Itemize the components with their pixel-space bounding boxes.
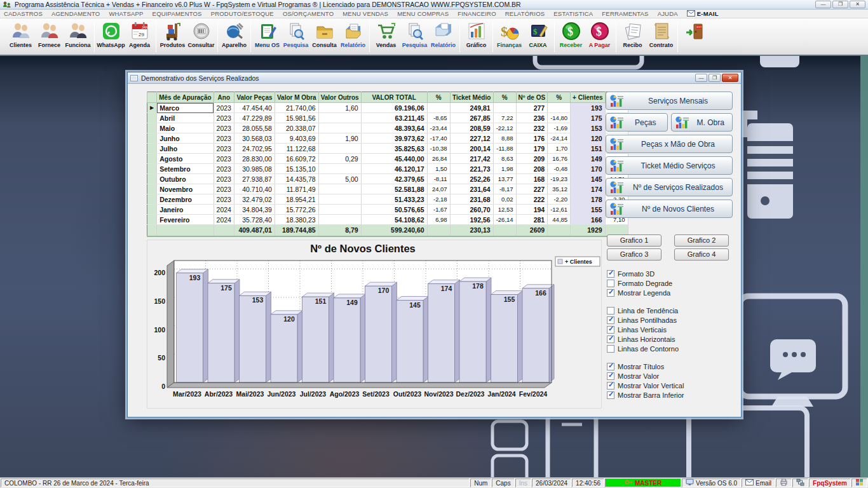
cell[interactable]: 209: [516, 154, 548, 164]
cell[interactable]: 208,59: [450, 123, 493, 133]
cell[interactable]: 149: [571, 154, 606, 164]
cell[interactable]: 52.581,88: [361, 184, 427, 194]
window-minimize-button[interactable]: —: [815, 1, 831, 8]
cell[interactable]: -11,88: [493, 144, 516, 154]
cell[interactable]: 20.338,07: [275, 123, 318, 133]
toolbar-button-clientes[interactable]: Clientes: [6, 19, 35, 55]
cell[interactable]: 13,77: [493, 174, 516, 184]
toolbar-button-pesquisa[interactable]: Pesquisa: [400, 19, 429, 55]
cell[interactable]: -19,23: [548, 174, 571, 184]
row-selector[interactable]: [147, 144, 157, 154]
cell[interactable]: [548, 103, 571, 113]
table-row[interactable]: Dezembro202332.479,0218.954,2151.433,23-…: [147, 194, 628, 205]
cell[interactable]: 232: [516, 123, 548, 133]
cell[interactable]: 0,02: [493, 194, 516, 205]
cell[interactable]: -24,14: [548, 133, 571, 144]
cell[interactable]: 28.055,58: [234, 123, 275, 133]
cell[interactable]: 46.120,17: [361, 164, 427, 174]
cell[interactable]: [427, 103, 450, 113]
toolbar-button-financ-as[interactable]: $Finanças: [495, 19, 524, 55]
table-row[interactable]: Fevereiro202435.728,4018.380,2354.108,62…: [147, 215, 628, 225]
cell[interactable]: 15.772,26: [275, 205, 318, 215]
cell[interactable]: 40.710,40: [234, 184, 275, 194]
cell[interactable]: 18.380,23: [275, 215, 318, 225]
cell[interactable]: 48.393,64: [361, 123, 427, 133]
menu-item-whatsapp[interactable]: WHATSAPP: [109, 10, 143, 17]
menu-item-cadastros[interactable]: CADASTROS: [4, 10, 43, 17]
cell[interactable]: Fevereiro: [157, 215, 214, 225]
checkbox-formato-degrade[interactable]: Formato Degrade: [607, 278, 733, 288]
cell[interactable]: 2023: [214, 184, 234, 194]
cell[interactable]: 208: [516, 164, 548, 174]
cell[interactable]: 193: [571, 103, 606, 113]
checkbox-mostrar-barra-inferior[interactable]: Mostrar Barra Inferior: [607, 390, 733, 400]
menu-item-financeiro[interactable]: FINANCEIRO: [458, 10, 496, 17]
cell[interactable]: 168: [516, 174, 548, 184]
toolbar-button-whatsapp[interactable]: WhatsApp: [97, 19, 125, 55]
cell[interactable]: 249,81: [450, 103, 493, 113]
cell[interactable]: 35,12: [548, 184, 571, 194]
cell[interactable]: 35.728,40: [234, 215, 275, 225]
cell[interactable]: 2023: [214, 103, 234, 113]
toolbar-button-produtos[interactable]: Produtos: [158, 19, 187, 55]
toolbar-button-caixa[interactable]: $CAIXA: [524, 19, 552, 55]
cell[interactable]: 8,88: [493, 133, 516, 144]
cell[interactable]: 277: [516, 103, 548, 113]
cell[interactable]: -14,80: [548, 113, 571, 123]
cell[interactable]: 1,70: [548, 144, 571, 154]
cell[interactable]: 26,84: [427, 154, 450, 164]
cell[interactable]: 63.211,45: [361, 113, 427, 123]
menu-item-produto-estoque[interactable]: PRODUTO/ESTOQUE: [211, 10, 274, 17]
cell[interactable]: 34.804,39: [234, 205, 275, 215]
cell[interactable]: 166: [571, 215, 606, 225]
cell[interactable]: 30.568,03: [234, 133, 275, 144]
cell[interactable]: -8,11: [427, 174, 450, 184]
toolbar-button-receber[interactable]: $Receber: [557, 19, 585, 55]
row-selector[interactable]: [147, 113, 157, 123]
cell[interactable]: -8,17: [493, 184, 516, 194]
chart-button-pec-as-x-ma-o-de-obra[interactable]: Peças x Mão de Obra: [606, 135, 733, 153]
cell[interactable]: 155: [571, 205, 606, 215]
cell[interactable]: 44,85: [548, 215, 571, 225]
cell[interactable]: Dezembro: [157, 194, 214, 205]
row-selector[interactable]: [147, 215, 157, 225]
cell[interactable]: 69.196,06: [361, 103, 427, 113]
cell[interactable]: Abril: [157, 113, 214, 123]
cell[interactable]: 2024: [214, 205, 234, 215]
cell[interactable]: [318, 113, 361, 123]
menu-item-ajuda[interactable]: AJUDA: [658, 10, 678, 17]
cell[interactable]: 32.479,02: [234, 194, 275, 205]
cell[interactable]: 30.985,08: [234, 164, 275, 174]
cell[interactable]: 24.702,95: [234, 144, 275, 154]
table-row[interactable]: ▶Marco202347.454,4021.740,061,6069.196,0…: [147, 103, 628, 113]
cell[interactable]: [318, 123, 361, 133]
cell[interactable]: 2023: [214, 123, 234, 133]
cell[interactable]: 222: [516, 194, 548, 205]
cell[interactable]: 2023: [214, 164, 234, 174]
cell[interactable]: -23,44: [427, 123, 450, 133]
cell[interactable]: 9.403,69: [275, 133, 318, 144]
cell[interactable]: -2,18: [427, 194, 450, 205]
menu-item-menu-compras[interactable]: MENU COMPRAS: [397, 10, 449, 17]
cell[interactable]: 18.954,21: [275, 194, 318, 205]
menu-item-equipamentos[interactable]: EQUIPAMENTOS: [153, 10, 202, 17]
cell[interactable]: 2023: [214, 133, 234, 144]
cell[interactable]: 51.433,23: [361, 194, 427, 205]
cell[interactable]: 2023: [214, 154, 234, 164]
row-selector[interactable]: [147, 154, 157, 164]
row-selector[interactable]: [147, 184, 157, 194]
cell[interactable]: 221,73: [450, 164, 493, 174]
button-grafico-2[interactable]: Grafico 2: [674, 234, 729, 247]
button-grafico-1[interactable]: Grafico 1: [607, 234, 661, 247]
table-row[interactable]: Junho202330.568,039.403,691,9039.973,62-…: [147, 133, 628, 144]
checkbox-formato-3d[interactable]: Formato 3D: [607, 269, 733, 278]
cell[interactable]: 6,98: [427, 215, 450, 225]
chart-button-pec-as[interactable]: Peças: [606, 113, 668, 132]
cell[interactable]: 16.609,72: [275, 154, 318, 164]
cell[interactable]: Janeiro: [157, 205, 214, 215]
cell[interactable]: 5,00: [318, 174, 361, 184]
checkbox-linhas-verticais[interactable]: Linhas Verticais: [607, 325, 733, 334]
cell[interactable]: 28.830,00: [234, 154, 275, 164]
chart-button-m-obra[interactable]: M. Obra: [671, 113, 733, 132]
toolbar-button-fornece[interactable]: Fornece: [35, 19, 64, 55]
